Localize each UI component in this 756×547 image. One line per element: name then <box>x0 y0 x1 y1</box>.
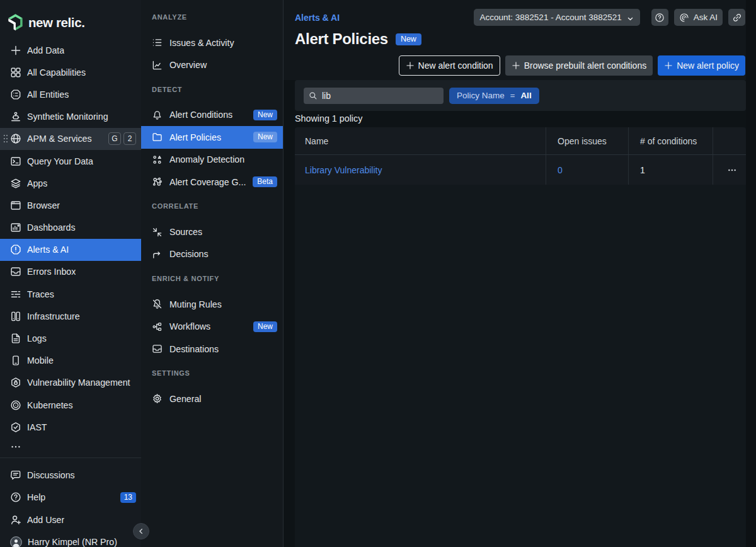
button-label: Browse prebuilt alert conditions <box>524 60 647 71</box>
ellipsis-h-icon <box>727 165 737 175</box>
tray-icon <box>152 343 163 354</box>
sidebar-item-label: Browser <box>27 200 60 210</box>
anomaly-icon <box>152 154 163 165</box>
cell-conditions: 1 <box>628 155 713 185</box>
content-region: Policy Name = All Showing 1 policy NameO… <box>284 80 746 547</box>
sidebar-item-apm-services[interactable]: APM & ServicesG2 <box>0 128 141 150</box>
inbox-icon <box>10 266 21 277</box>
account-switcher-label: Account: 3882521 - Account 3882521 <box>480 13 622 22</box>
subnav-item-label: Anomaly Detection <box>169 154 244 164</box>
column-header-open-issues[interactable]: Open issues <box>546 127 628 154</box>
filter-chip-field: Policy Name <box>457 91 505 100</box>
infrastructure-icon <box>10 311 21 322</box>
brand[interactable]: new relic. <box>0 0 141 35</box>
subnav-item-alert-coverage-g[interactable]: Alert Coverage G...Beta <box>141 171 283 193</box>
plus-icon <box>664 61 673 70</box>
browse-prebuilt-conditions-button[interactable]: Browse prebuilt alert conditions <box>505 55 653 76</box>
sidebar-item-traces[interactable]: Traces <box>0 283 141 305</box>
ask-ai-icon <box>679 13 689 23</box>
column-header-name[interactable]: Name <box>295 127 546 154</box>
cell-actions <box>713 155 746 185</box>
policies-panel: NameOpen issues# of conditions Library V… <box>295 127 746 547</box>
main-region: Alerts & AI Account: 3882521 - Account 3… <box>284 0 756 547</box>
breadcrumb[interactable]: Alerts & AI <box>295 13 340 23</box>
ask-ai-button[interactable]: Ask AI <box>674 9 723 26</box>
sidebar-item-add-data[interactable]: Add Data <box>0 39 141 61</box>
subnav-item-label: Decisions <box>169 249 209 259</box>
subnav-item-general[interactable]: General <box>141 388 283 410</box>
subnav-item-label: Sources <box>169 227 202 237</box>
new-alert-policy-button[interactable]: New alert policy <box>658 55 745 76</box>
subnav-item-muting-rules[interactable]: Muting Rules <box>141 293 283 315</box>
collapse-sidebar-button[interactable] <box>133 523 149 539</box>
sidebar-footer-item-harry-kimpel-nr-pro[interactable]: Harry Kimpel (NR Pro) <box>0 531 141 547</box>
sidebar-item-infrastructure[interactable]: Infrastructure <box>0 305 141 327</box>
sidebar-item-kubernetes[interactable]: Kubernetes <box>0 394 141 416</box>
account-switcher-button[interactable]: Account: 3882521 - Account 3882521 <box>474 9 640 26</box>
sidebar-item-query-your-data[interactable]: Query Your Data <box>0 150 141 172</box>
sidebar-item-vulnerability-management[interactable]: Vulnerability Management <box>0 372 141 394</box>
sidebar-footer-item-add-user[interactable]: Add User <box>0 509 141 531</box>
filter-chip[interactable]: Policy Name = All <box>449 88 539 104</box>
shortcut-badge: G <box>108 132 121 145</box>
subnav-item-label: Alert Coverage G... <box>169 177 246 187</box>
sidebar-item-alerts-ai[interactable]: Alerts & AI <box>0 239 141 261</box>
beta-badge: Beta <box>253 176 277 187</box>
sidebar-item-more[interactable] <box>0 438 141 456</box>
policies-table: NameOpen issues# of conditions Library V… <box>295 127 746 185</box>
chevron-left-icon <box>137 527 145 535</box>
help-button[interactable] <box>651 9 668 26</box>
sidebar-item-logs[interactable]: Logs <box>0 327 141 349</box>
subnav-item-label: Alert Policies <box>169 132 221 142</box>
cell-name: Library Vulnerability <box>295 155 546 185</box>
header-controls: Account: 3882521 - Account 3882521 Ask A… <box>474 9 745 26</box>
entities-icon <box>10 89 21 100</box>
bell-icon <box>152 110 163 120</box>
cell-open-issues: 0 <box>546 155 628 185</box>
app-root: new relic. Add DataAll CapabilitiesAll E… <box>0 0 756 547</box>
subnav-item-overview[interactable]: Overview <box>141 54 283 76</box>
sidebar-item-mobile[interactable]: Mobile <box>0 350 141 372</box>
subnav-item-workflows[interactable]: WorkflowsNew <box>141 316 283 338</box>
subnav-item-sources[interactable]: Sources <box>141 221 283 243</box>
collapse-arrows-icon <box>152 227 163 238</box>
permalink-button[interactable] <box>728 9 745 26</box>
subnav-item-alert-conditions[interactable]: Alert ConditionsNew <box>141 104 283 126</box>
sidebar-item-iast[interactable]: IAST <box>0 416 141 438</box>
sidebar-footer-item-discussions[interactable]: Discussions <box>0 464 141 486</box>
sidebar-item-browser[interactable]: Browser <box>0 194 141 216</box>
sidebar-item-synthetic-monitoring[interactable]: Synthetic Monitoring <box>0 106 141 128</box>
workflow-icon <box>152 321 163 332</box>
search-input[interactable] <box>322 91 438 101</box>
sidebar-item-apps[interactable]: Apps <box>0 172 141 194</box>
subnav-item-label: Workflows <box>169 321 210 331</box>
new-alert-condition-button[interactable]: New alert condition <box>399 55 500 76</box>
title-row: Alert Policies New <box>295 30 421 48</box>
sidebar-item-label: Infrastructure <box>27 311 80 321</box>
sidebar-footer-item-help[interactable]: Help13 <box>0 487 141 509</box>
sidebar-item-all-entities[interactable]: All Entities <box>0 83 141 105</box>
subnav-item-destinations[interactable]: Destinations <box>141 338 283 360</box>
column-header-of-conditions[interactable]: # of conditions <box>628 127 713 154</box>
sidebar-item-dashboards[interactable]: Dashboards <box>0 217 141 239</box>
table-body: Library Vulnerability01 <box>295 155 746 185</box>
search-box <box>304 88 444 104</box>
sidebar-item-all-capabilities[interactable]: All Capabilities <box>0 61 141 83</box>
shortcut-badge: 2 <box>123 132 136 145</box>
sidebar-item-errors-inbox[interactable]: Errors Inbox <box>0 261 141 283</box>
sidebar-item-label: Errors Inbox <box>27 267 76 277</box>
bell-slash-icon <box>152 299 163 309</box>
subnav-item-alert-policies[interactable]: Alert PoliciesNew <box>141 126 283 148</box>
policy-name-link[interactable]: Library Vulnerability <box>305 165 382 175</box>
subnav-item-issues-activity[interactable]: Issues & Activity <box>141 32 283 54</box>
subnav-item-decisions[interactable]: Decisions <box>141 243 283 265</box>
row-menu-button[interactable] <box>724 164 740 176</box>
column-header-actions <box>713 127 746 154</box>
open-issues-link[interactable]: 0 <box>558 165 563 175</box>
header-actions: New alert condition Browse prebuilt aler… <box>399 55 745 76</box>
list-activity-icon <box>152 37 163 48</box>
page-header: Alerts & AI Account: 3882521 - Account 3… <box>284 0 746 80</box>
sidebar-item-label: All Entities <box>27 89 69 100</box>
subnav-item-anomaly-detection[interactable]: Anomaly Detection <box>141 149 283 171</box>
section-label-correlate: CORRELATE <box>141 201 283 211</box>
